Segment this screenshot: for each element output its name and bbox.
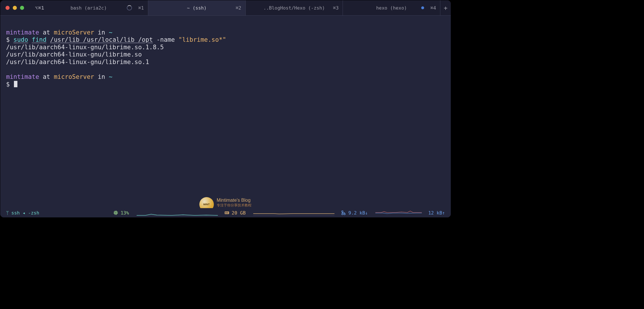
prompt-user: mintimate — [6, 29, 39, 36]
prompt2-host: microServer — [54, 73, 94, 80]
tab-bar: ⌥⌘1 bash (aria2c) ⌘1 ~ (ssh) ⌘2 ..BlogHo… — [0, 0, 451, 16]
network-icon — [341, 210, 346, 215]
prompt2-user: mintimate — [6, 73, 39, 80]
maximize-button[interactable] — [20, 6, 24, 10]
svg-rect-1 — [115, 212, 116, 214]
status-cpu: 13% — [113, 210, 129, 216]
loading-spinner-icon — [127, 5, 132, 10]
tab-2[interactable]: ~ (ssh) ⌘2 — [148, 0, 246, 15]
command-sudo: sudo — [13, 36, 28, 43]
status-memory-text: 20 GB — [232, 210, 246, 216]
window-controls — [0, 0, 29, 15]
prompt2-at: at — [39, 73, 54, 80]
terminal-viewport[interactable]: mintimate at microServer in ~ $ sudo fin… — [0, 16, 451, 208]
prompt2-symbol: $ — [6, 81, 10, 88]
command-flag: -name — [156, 36, 175, 43]
tab-3[interactable]: ..BlogHost/Hexo (-zsh) ⌘3 — [246, 0, 343, 15]
tab-4-title: hexo (hexo) — [376, 5, 407, 11]
svg-rect-0 — [114, 212, 117, 214]
tab-2-title: ~ (ssh) — [187, 5, 207, 11]
status-memory-sparkline — [253, 210, 334, 216]
branch-icon: ᛘ — [6, 210, 9, 216]
tab-4-shortcut: ⌘4 — [430, 5, 436, 11]
status-net-down: 9.2 kB↓ — [348, 210, 368, 216]
status-network-sparkline — [375, 210, 422, 216]
prompt-in: in — [94, 29, 109, 36]
cpu-icon — [113, 210, 118, 215]
status-net-up-item: 12 kB↑ — [428, 210, 445, 216]
status-memory: 20 GB — [224, 210, 246, 216]
status-bar: ᛘ ssh ◂ -zsh 13% — [0, 208, 451, 217]
prompt-host: microServer — [54, 29, 94, 36]
status-cpu-sparkline — [137, 210, 218, 216]
tab-4[interactable]: hexo (hexo) ⌘4 — [343, 0, 440, 15]
minimize-button[interactable] — [13, 6, 17, 10]
svg-rect-7 — [344, 213, 345, 215]
memory-icon — [224, 210, 229, 215]
activity-dot-icon — [421, 6, 424, 9]
status-cpu-text: 13% — [121, 210, 129, 216]
command-name: find — [32, 36, 47, 43]
status-process-text: ssh ◂ -zsh — [11, 210, 39, 216]
tab-1[interactable]: ⌥⌘1 bash (aria2c) ⌘1 — [29, 0, 148, 15]
prompt2-cwd: ~ — [109, 73, 113, 80]
tab-1-left-shortcut: ⌥⌘1 — [35, 5, 44, 11]
status-net-up: 12 kB↑ — [428, 210, 445, 216]
new-tab-button[interactable]: + — [440, 0, 451, 15]
command-paths: /usr/lib /usr/local/lib /opt — [50, 36, 153, 43]
close-button[interactable] — [6, 6, 10, 10]
prompt2-in: in — [94, 73, 109, 80]
command-pattern: "librime.so*" — [178, 36, 226, 43]
output-line-1: /usr/lib/aarch64-linux-gnu/librime.so.1.… — [6, 44, 164, 51]
status-process: ᛘ ssh ◂ -zsh — [6, 210, 39, 216]
terminal-window: ⌥⌘1 bash (aria2c) ⌘1 ~ (ssh) ⌘2 ..BlogHo… — [0, 0, 451, 218]
tab-1-shortcut: ⌘1 — [138, 5, 144, 11]
tab-3-title: ..BlogHost/Hexo (-zsh) — [263, 5, 325, 11]
tab-3-shortcut: ⌘3 — [333, 5, 339, 11]
svg-rect-6 — [342, 213, 343, 215]
tab-1-title: bash (aria2c) — [70, 5, 107, 11]
tab-2-shortcut: ⌘2 — [236, 5, 241, 11]
svg-rect-5 — [342, 211, 343, 212]
output-line-2: /usr/lib/aarch64-linux-gnu/librime.so — [6, 51, 142, 58]
prompt-cwd: ~ — [109, 29, 113, 36]
prompt-symbol: $ — [6, 36, 10, 43]
prompt-at: at — [39, 29, 54, 36]
output-line-3: /usr/lib/aarch64-linux-gnu/librime.so.1 — [6, 59, 149, 66]
terminal-cursor — [14, 81, 17, 87]
status-network: 9.2 kB↓ — [341, 210, 368, 216]
